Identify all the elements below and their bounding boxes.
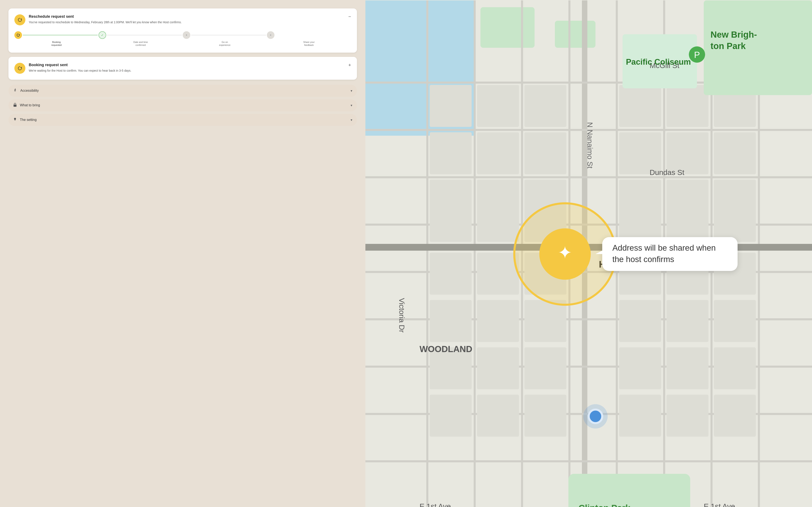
svg-rect-89 bbox=[602, 237, 738, 271]
step-4-circle: ✦ bbox=[267, 31, 274, 39]
svg-rect-34 bbox=[430, 132, 472, 174]
svg-rect-46 bbox=[430, 253, 472, 295]
svg-rect-44 bbox=[666, 180, 708, 242]
svg-rect-25 bbox=[365, 460, 812, 462]
svg-point-94 bbox=[583, 404, 607, 429]
svg-rect-8 bbox=[426, 0, 428, 507]
accessibility-chevron-icon: ▾ bbox=[350, 89, 352, 93]
svg-rect-40 bbox=[430, 180, 472, 242]
svg-rect-56 bbox=[666, 300, 708, 342]
reschedule-title-block: Reschedule request sent You've requested… bbox=[29, 14, 345, 24]
step-1-circle bbox=[14, 31, 22, 39]
reschedule-icon bbox=[14, 14, 25, 25]
lock-icon bbox=[13, 103, 17, 108]
svg-rect-1 bbox=[13, 105, 16, 107]
left-panel: Reschedule request sent You've requested… bbox=[0, 0, 365, 507]
svg-text:E 1st Ave: E 1st Ave bbox=[704, 502, 735, 507]
svg-rect-29 bbox=[477, 85, 519, 127]
svg-rect-67 bbox=[619, 395, 661, 437]
step-line-1 bbox=[23, 35, 98, 35]
svg-rect-57 bbox=[714, 300, 756, 342]
step-line-3 bbox=[191, 35, 266, 35]
booking-description: We're waiting for the Host to confirm. Y… bbox=[29, 68, 345, 73]
the-setting-label: The setting bbox=[20, 118, 37, 122]
svg-rect-52 bbox=[430, 300, 472, 342]
svg-rect-69 bbox=[714, 395, 756, 437]
svg-rect-41 bbox=[477, 180, 519, 242]
svg-rect-7 bbox=[555, 21, 595, 48]
svg-rect-35 bbox=[477, 132, 519, 174]
booking-expand-button[interactable]: + bbox=[348, 63, 351, 67]
svg-text:✦: ✦ bbox=[558, 243, 573, 263]
step-3-label: Go on experience bbox=[216, 41, 233, 47]
accordion-what-to-bring[interactable]: What to bring ▾ bbox=[8, 99, 357, 111]
what-to-bring-label: What to bring bbox=[20, 103, 40, 107]
step-feedback: ✦ Share your feedback bbox=[267, 31, 351, 47]
step-line-2 bbox=[107, 35, 182, 35]
svg-text:WOODLAND: WOODLAND bbox=[420, 344, 472, 354]
svg-text:Victoria Dr: Victoria Dr bbox=[398, 298, 406, 333]
right-panel: N Nanaimo St McGill St Dundas St E Hasti… bbox=[365, 0, 812, 507]
step-go-on: ✦ Go on experience bbox=[183, 31, 267, 47]
svg-text:the host confirms: the host confirms bbox=[612, 255, 674, 264]
svg-rect-59 bbox=[477, 347, 519, 389]
svg-rect-53 bbox=[477, 300, 519, 342]
progress-steps: Booking requested ✓ Date and time confir… bbox=[14, 30, 351, 47]
svg-text:Dundas St: Dundas St bbox=[650, 168, 685, 176]
reschedule-collapse-button[interactable]: − bbox=[348, 14, 351, 19]
svg-rect-65 bbox=[477, 395, 519, 437]
svg-rect-19 bbox=[365, 176, 812, 178]
booking-title: Booking request sent bbox=[29, 63, 345, 67]
svg-rect-61 bbox=[619, 347, 661, 389]
booking-icon bbox=[14, 63, 25, 74]
reschedule-description: You've requested to reschedule to Wednes… bbox=[29, 20, 345, 24]
svg-rect-9 bbox=[474, 0, 476, 507]
svg-text:E 1st Ave: E 1st Ave bbox=[420, 502, 451, 507]
what-to-bring-chevron-icon: ▾ bbox=[350, 103, 352, 107]
booking-card: Booking request sent We're waiting for t… bbox=[8, 57, 357, 80]
svg-rect-64 bbox=[430, 395, 472, 437]
svg-rect-45 bbox=[714, 180, 756, 242]
lamp-icon bbox=[13, 117, 17, 123]
accessibility-icon bbox=[13, 88, 17, 94]
svg-text:Clinton Park: Clinton Park bbox=[579, 503, 631, 507]
svg-text:New Brigh-: New Brigh- bbox=[710, 30, 757, 40]
svg-rect-6 bbox=[480, 7, 535, 48]
svg-text:Pacific Coliseum: Pacific Coliseum bbox=[626, 57, 691, 66]
map-svg: N Nanaimo St McGill St Dundas St E Hasti… bbox=[365, 0, 812, 507]
map-container: N Nanaimo St McGill St Dundas St E Hasti… bbox=[365, 0, 812, 507]
svg-text:N Nanaimo St: N Nanaimo St bbox=[586, 122, 594, 168]
svg-rect-54 bbox=[525, 300, 566, 342]
svg-rect-66 bbox=[525, 395, 566, 437]
accordion-the-setting[interactable]: The setting ▾ bbox=[8, 114, 357, 126]
reschedule-title: Reschedule request sent bbox=[29, 14, 345, 19]
step-booking-requested: Booking requested bbox=[14, 31, 99, 47]
svg-text:P: P bbox=[694, 50, 700, 60]
svg-text:ton Park: ton Park bbox=[710, 41, 746, 51]
accessibility-label: Accessibility bbox=[20, 89, 39, 93]
step-4-label: Share your feedback bbox=[301, 41, 317, 47]
reschedule-card: Reschedule request sent You've requested… bbox=[8, 8, 357, 53]
svg-rect-28 bbox=[430, 85, 472, 127]
step-date-time: ✓ Date and time confirmed bbox=[99, 31, 183, 47]
step-3-circle: ✦ bbox=[183, 31, 190, 39]
svg-rect-32 bbox=[666, 85, 708, 127]
step-1-label: Booking requested bbox=[48, 41, 65, 47]
step-2-circle: ✓ bbox=[99, 31, 106, 39]
svg-rect-31 bbox=[619, 85, 661, 127]
svg-rect-62 bbox=[666, 347, 708, 389]
svg-point-0 bbox=[15, 88, 15, 89]
svg-rect-63 bbox=[714, 347, 756, 389]
booking-title-block: Booking request sent We're waiting for t… bbox=[29, 63, 345, 73]
the-setting-chevron-icon: ▾ bbox=[350, 118, 352, 122]
accordion-accessibility[interactable]: Accessibility ▾ bbox=[8, 85, 357, 97]
svg-rect-2 bbox=[15, 120, 16, 120]
svg-rect-68 bbox=[666, 395, 708, 437]
svg-rect-47 bbox=[477, 253, 519, 295]
svg-rect-55 bbox=[619, 300, 661, 342]
svg-rect-36 bbox=[525, 132, 566, 174]
step-2-label: Date and time confirmed bbox=[132, 41, 149, 47]
svg-rect-30 bbox=[525, 85, 566, 127]
accordion-section: Accessibility ▾ What to bring ▾ The bbox=[8, 85, 357, 126]
svg-rect-43 bbox=[619, 180, 661, 242]
